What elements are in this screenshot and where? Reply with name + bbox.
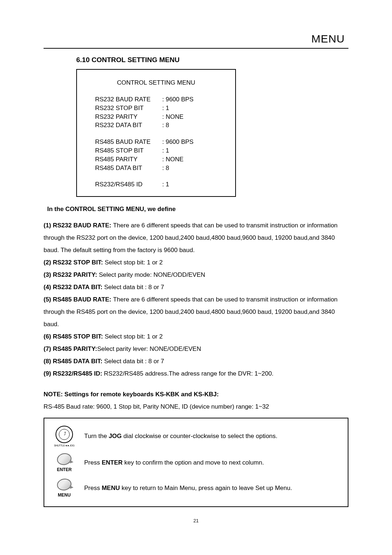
intro-text: In the CONTROL SETTING MENU, we define (47, 206, 348, 213)
desc-item-3: (3) RS232 PARITY: Select parity mode: NO… (44, 269, 348, 281)
header-divider (44, 48, 348, 49)
instruction-text-menu: Press MENU key to return to Main Menu, p… (84, 485, 340, 492)
instruction-text-jog: Turn the JOG dial clockwise or counter-c… (84, 433, 340, 440)
instruction-text-enter: Press ENTER key to confirm the option an… (84, 459, 340, 466)
menu-value: : 1 (162, 104, 169, 113)
menu-label: RS232 BAUD RATE (95, 95, 162, 104)
menu-row: RS485 BAUD RATE : 9600 BPS (95, 138, 224, 146)
menu-value: : 8 (162, 121, 169, 130)
description-block: (1) RS232 BAUD RATE: There are 6 differe… (44, 219, 348, 380)
menu-label: RS232 PARITY (95, 113, 162, 121)
menu-group-rs232: RS232 BAUD RATE : 9600 BPS RS232 STOP BI… (95, 95, 224, 130)
menu-label: RS485 BAUD RATE (95, 138, 162, 146)
menu-box-title: CONTROL SETTING MENU (88, 79, 224, 86)
menu-button-icon: MENU (52, 479, 77, 498)
menu-label: RS232 STOP BIT (95, 104, 162, 113)
menu-group-rs485: RS485 BAUD RATE : 9600 BPS RS485 STOP BI… (95, 138, 224, 172)
desc-item-6: (6) RS485 STOP BIT: Select stop bit: 1 o… (44, 331, 348, 343)
menu-row: RS232 DATA BIT : 8 (95, 121, 224, 130)
desc-item-8: (8) RS485 DATA BIT: Select data bit : 8 … (44, 355, 348, 368)
menu-row: RS232 PARITY : NONE (95, 113, 224, 121)
menu-row: RS485 DATA BIT : 8 (95, 164, 224, 173)
desc-item-9: (9) RS232/RS485 ID: RS232/RS485 address.… (44, 368, 348, 380)
menu-group-id: RS232/RS485 ID : 1 (95, 180, 224, 189)
menu-row: RS485 STOP BIT : 1 (95, 146, 224, 155)
menu-value: : 9600 BPS (162, 138, 193, 146)
menu-value: : 8 (162, 164, 169, 173)
instruction-box: ⤴ SHUTTLE◄►JOG Turn the JOG dial clockwi… (44, 418, 348, 507)
menu-label: RS485 STOP BIT (95, 146, 162, 155)
control-setting-menu-box: CONTROL SETTING MENU RS232 BAUD RATE : 9… (76, 69, 236, 197)
menu-value: : 1 (162, 180, 169, 189)
desc-item-2: (2) RS232 STOP BIT: Select stop bit: 1 o… (44, 256, 348, 269)
note-text: RS-485 Baud rate: 9600, 1 Stop bit, Pari… (44, 403, 348, 410)
menu-row: RS232/RS485 ID : 1 (95, 180, 224, 189)
menu-value: : NONE (162, 113, 184, 121)
desc-item-5: (5) RS485 BAUD RATE: There are 6 differe… (44, 293, 348, 331)
menu-label: RS232/RS485 ID (95, 180, 162, 189)
menu-label: RS485 PARITY (95, 155, 162, 164)
menu-row: RS485 PARITY : NONE (95, 155, 224, 164)
instruction-row-enter: ENTER Press ENTER key to confirm the opt… (52, 453, 340, 472)
jog-dial-icon: ⤴ SHUTTLE◄►JOG (52, 426, 77, 447)
menu-label: RS485 DATA BIT (95, 164, 162, 173)
instruction-row-jog: ⤴ SHUTTLE◄►JOG Turn the JOG dial clockwi… (52, 426, 340, 447)
enter-button-icon: ENTER (52, 453, 77, 472)
page-header-title: MENU (44, 33, 345, 45)
instruction-row-menu: MENU Press MENU key to return to Main Me… (52, 479, 340, 498)
page-number: 21 (44, 518, 348, 523)
menu-row: RS232 STOP BIT : 1 (95, 104, 224, 113)
menu-value: : NONE (162, 155, 184, 164)
desc-item-7: (7) RS485 PARITY:Select parity lever: NO… (44, 343, 348, 355)
menu-value: : 1 (162, 146, 169, 155)
menu-value: : 9600 BPS (162, 95, 193, 104)
menu-row: RS232 BAUD RATE : 9600 BPS (95, 95, 224, 104)
desc-item-4: (4) RS232 DATA BIT: Select data bit : 8 … (44, 281, 348, 293)
desc-item-1: (1) RS232 BAUD RATE: There are 6 differe… (44, 219, 348, 256)
section-heading: 6.10 CONTROL SETTING MENU (76, 56, 348, 64)
menu-label: RS232 DATA BIT (95, 121, 162, 130)
note-title: NOTE: Settings for remote keyboards KS-K… (44, 391, 348, 398)
